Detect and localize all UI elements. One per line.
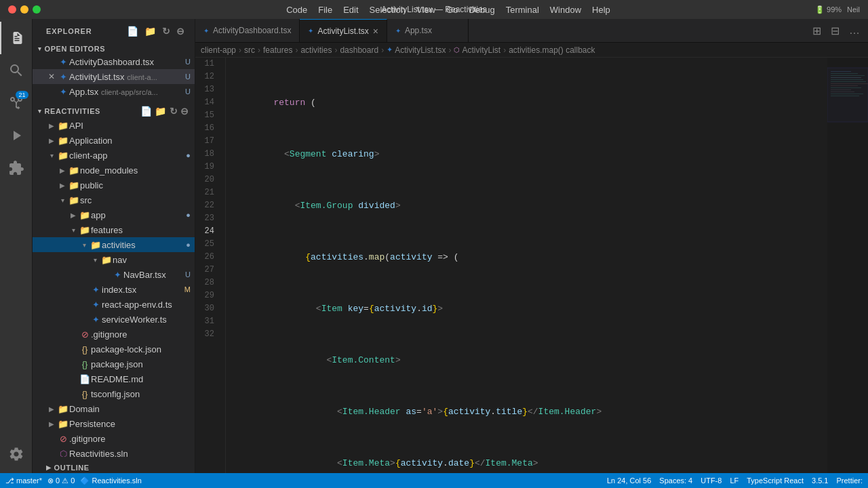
tree-item-serviceworker[interactable]: ✦ serviceWorker.ts — [33, 312, 195, 327]
breadcrumb-component[interactable]: ⬡ ActivityList — [454, 45, 500, 55]
open-editor-app[interactable]: ✦ App.tsx client-app/src/a... U — [33, 84, 195, 99]
activities-toggle[interactable]: ▾ — [79, 241, 90, 249]
errors-warnings[interactable]: ⊗ 0 ⚠ 0 — [47, 476, 75, 485]
menu-window[interactable]: Window — [550, 5, 581, 15]
new-folder-btn[interactable]: 📁 — [155, 106, 167, 117]
open-editors-chevron: ▾ — [38, 45, 42, 52]
tree-item-gitignore-root[interactable]: ⊘ .gitignore — [33, 431, 195, 446]
collapse-btn[interactable]: ⊖ — [180, 106, 189, 117]
new-folder-icon[interactable]: 📁 — [143, 24, 158, 38]
language-mode[interactable]: TypeScript React — [747, 476, 804, 485]
tree-item-package-lock[interactable]: {} package-lock.json — [33, 342, 195, 357]
open-editor-activitylist[interactable]: ✕ ✦ ActivityList.tsx client-a... U — [33, 69, 195, 84]
spaces[interactable]: Spaces: 4 — [659, 476, 692, 485]
open-editor-dashboard[interactable]: ✦ ActivityDashboard.tsx U — [33, 54, 195, 69]
tree-item-persistence[interactable]: ▶ 📁 Persistence — [33, 416, 195, 431]
menu-file[interactable]: File — [318, 5, 332, 15]
tree-item-navbar[interactable]: ✦ NavBar.tsx U — [33, 267, 195, 282]
activitybar-item-settings[interactable] — [0, 438, 33, 470]
cursor-position[interactable]: Ln 24, Col 56 — [607, 476, 651, 485]
gitignore-client-label: .gitignore — [91, 329, 195, 340]
tree-item-index[interactable]: ✦ index.tsx M — [33, 282, 195, 297]
new-file-btn[interactable]: 📄 — [140, 106, 153, 117]
persistence-toggle[interactable]: ▶ — [46, 420, 57, 428]
menu-help[interactable]: Help — [592, 5, 610, 15]
tree-item-node-modules[interactable]: ▶ 📁 node_modules — [33, 163, 195, 178]
menu-terminal[interactable]: Terminal — [506, 5, 539, 15]
menu-code[interactable]: Code — [286, 5, 307, 15]
tree-item-features[interactable]: ▾ 📁 features — [33, 222, 195, 237]
activitybar-item-run[interactable] — [0, 119, 33, 152]
more-actions-icon[interactable]: … — [846, 23, 863, 38]
outline-section[interactable]: ▶ OUTLINE — [33, 460, 195, 473]
tab-app[interactable]: ✦ App.tsx — [387, 19, 469, 42]
tree-item-readme[interactable]: 📄 README.md — [33, 371, 195, 386]
breadcrumb-activities[interactable]: activities — [300, 45, 332, 55]
tree-item-application[interactable]: ▶ 📁 Application — [33, 133, 195, 148]
tree-item-domain[interactable]: ▶ 📁 Domain — [33, 401, 195, 416]
window-controls[interactable] — [8, 5, 41, 14]
breadcrumb-file[interactable]: ✦ ActivityList.tsx — [387, 45, 446, 55]
sidebar-actions[interactable]: 📄 📁 ↻ ⊖ — [125, 24, 186, 38]
breadcrumb-src[interactable]: src — [244, 45, 255, 55]
tree-item-client-app[interactable]: ▾ 📁 client-app ● — [33, 148, 195, 163]
refresh-btn[interactable]: ↻ — [170, 106, 178, 117]
breadcrumb-dashboard[interactable]: dashboard — [340, 45, 378, 55]
src-toggle[interactable]: ▾ — [57, 197, 68, 204]
tab-close-button[interactable]: × — [373, 26, 378, 36]
minimize-button[interactable] — [20, 5, 28, 14]
features-toggle[interactable]: ▾ — [68, 226, 79, 234]
ts-version[interactable]: 3.5.1 — [812, 476, 828, 485]
breadcrumb-features[interactable]: features — [263, 45, 292, 55]
tab-activitydashboard[interactable]: ✦ ActivityDashboard.tsx — [195, 19, 300, 42]
encoding[interactable]: UTF-8 — [701, 476, 722, 485]
titlebar: Code File Edit Selection View Go Debug T… — [0, 0, 868, 19]
split-editor-icon[interactable]: ⊞ — [810, 23, 824, 39]
activitybar-item-source-control[interactable]: 21 — [0, 87, 33, 119]
tree-item-activities[interactable]: ▾ 📁 activities ● — [33, 237, 195, 252]
sidebar: EXPLORER 📄 📁 ↻ ⊖ ▾ OPEN EDITORS ✦ Activi… — [33, 19, 195, 473]
public-toggle[interactable]: ▶ — [57, 182, 68, 189]
close-button[interactable] — [8, 5, 16, 14]
tree-item-public[interactable]: ▶ 📁 public — [33, 178, 195, 192]
tab-bar-actions[interactable]: ⊞ ⊟ … — [810, 19, 868, 42]
open-editors-header[interactable]: ▾ OPEN EDITORS — [33, 43, 195, 54]
git-branch[interactable]: ⎇ master* — [5, 476, 42, 485]
node-modules-toggle[interactable]: ▶ — [57, 167, 68, 174]
solution-label: Reactivities.sln — [92, 476, 141, 485]
breadcrumb-callback[interactable]: activities.map() callback — [509, 45, 595, 55]
tree-item-package[interactable]: {} package.json — [33, 357, 195, 371]
application-toggle[interactable]: ▶ — [46, 137, 57, 144]
solution-name[interactable]: 🔷 Reactivities.sln — [80, 476, 141, 485]
domain-toggle[interactable]: ▶ — [46, 405, 57, 413]
close-activitylist[interactable]: ✕ — [46, 72, 57, 81]
client-app-toggle[interactable]: ▾ — [46, 152, 57, 159]
tree-item-tsconfig[interactable]: {} tsconfig.json — [33, 386, 195, 401]
tab-activitylist[interactable]: ✦ ActivityList.tsx × — [300, 19, 387, 42]
collapse-all-icon[interactable]: ⊖ — [175, 24, 186, 38]
refresh-icon[interactable]: ↻ — [161, 24, 172, 38]
tree-item-src[interactable]: ▾ 📁 src — [33, 192, 195, 207]
tree-item-react-env[interactable]: ✦ react-app-env.d.ts — [33, 297, 195, 312]
layout-icon[interactable]: ⊟ — [828, 23, 842, 39]
tree-item-sln[interactable]: ⬡ Reactivities.sln — [33, 446, 195, 457]
new-file-icon[interactable]: 📄 — [125, 24, 140, 38]
activitybar-item-explorer[interactable] — [0, 22, 33, 54]
code-content[interactable]: return ( <Segment clearing> <Item.Group … — [226, 58, 827, 473]
app-toggle[interactable]: ▶ — [68, 211, 79, 219]
activitybar-item-search[interactable] — [0, 54, 33, 87]
tree-item-api[interactable]: ▶ 📁 API — [33, 118, 195, 133]
activitybar-item-extensions[interactable] — [0, 152, 33, 184]
api-toggle[interactable]: ▶ — [46, 122, 57, 129]
maximize-button[interactable] — [33, 5, 41, 14]
breadcrumb-client-app[interactable]: client-app — [201, 45, 236, 55]
menu-edit[interactable]: Edit — [343, 5, 358, 15]
nav-toggle[interactable]: ▾ — [90, 256, 100, 264]
prettier[interactable]: Prettier: — [836, 476, 863, 485]
tree-item-nav[interactable]: ▾ 📁 nav — [33, 252, 195, 267]
code-editor[interactable]: 11 12 13 14 15 16 17 18 19 20 21 22 23 2… — [195, 58, 868, 473]
tree-item-gitignore-client[interactable]: ⊘ .gitignore — [33, 327, 195, 342]
reactivities-header[interactable]: ▾ REACTIVITIES 📄 📁 ↻ ⊖ — [33, 104, 195, 118]
tree-item-app[interactable]: ▶ 📁 app ● — [33, 207, 195, 222]
eol[interactable]: LF — [730, 476, 738, 485]
